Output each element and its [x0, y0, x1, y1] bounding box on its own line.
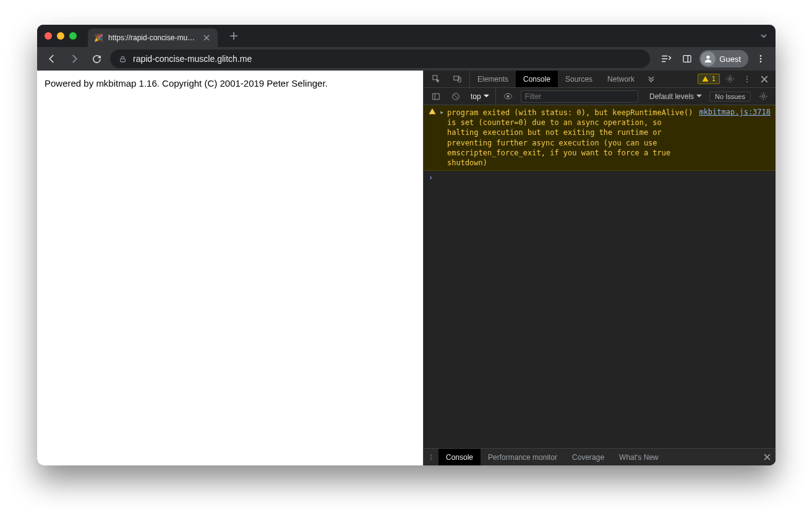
url-text: rapid-concise-muscle.glitch.me — [133, 54, 252, 64]
window-close-button[interactable] — [45, 32, 52, 40]
console-settings-icon[interactable] — [756, 89, 771, 104]
warnings-badge[interactable]: 1 — [698, 74, 720, 84]
svg-rect-8 — [458, 77, 460, 82]
execution-context-selector[interactable]: top — [468, 88, 496, 105]
tab-title: https://rapid-concise-muscle.g — [108, 33, 197, 42]
devtools-drawer: Console Performance monitor Coverage Wha… — [424, 448, 776, 465]
drawer-close-icon[interactable] — [758, 454, 776, 460]
drawer-tab-whats-new[interactable]: What's New — [612, 449, 666, 465]
devtools-tab-elements[interactable]: Elements — [470, 71, 516, 87]
log-levels-selector[interactable]: Default levels — [647, 92, 704, 101]
drawer-tab-console[interactable]: Console — [438, 449, 481, 465]
tab-close-button[interactable] — [202, 33, 212, 43]
console-sidebar-toggle-icon[interactable] — [429, 89, 443, 104]
devtools-tab-network[interactable]: Network — [600, 71, 642, 87]
browser-tab[interactable]: 🎉 https://rapid-concise-muscle.g — [88, 28, 218, 47]
svg-rect-0 — [121, 58, 126, 61]
svg-point-4 — [760, 58, 762, 60]
browser-window: 🎉 https://rapid-concise-muscle.g — [37, 25, 776, 465]
svg-rect-1 — [683, 56, 691, 63]
devtools-kebab-icon[interactable] — [740, 72, 754, 87]
profile-chip[interactable]: Guest — [699, 50, 748, 67]
new-tab-button[interactable] — [225, 27, 242, 45]
media-controls-icon[interactable] — [657, 50, 675, 67]
svg-point-9 — [729, 78, 731, 80]
issues-chip[interactable]: No Issues — [709, 92, 751, 102]
devtools-settings-icon[interactable] — [722, 72, 737, 87]
drawer-tab-performance-monitor[interactable]: Performance monitor — [481, 449, 565, 465]
console-filter-input[interactable] — [521, 90, 638, 103]
avatar-icon — [701, 51, 716, 66]
svg-rect-13 — [433, 93, 440, 99]
tab-favicon: 🎉 — [94, 33, 103, 42]
window-zoom-button[interactable] — [69, 32, 77, 40]
warnings-count: 1 — [711, 75, 716, 83]
drawer-tab-coverage[interactable]: Coverage — [565, 449, 612, 465]
svg-point-17 — [430, 454, 432, 456]
devtools-close-icon[interactable] — [757, 72, 772, 87]
devtools-tab-console[interactable]: Console — [516, 71, 558, 87]
console-output: ▸ program exited (with status: 0), but k… — [424, 105, 776, 448]
devtools-more-tabs[interactable] — [642, 75, 660, 84]
svg-point-2 — [707, 56, 710, 59]
side-panel-icon[interactable] — [678, 50, 696, 67]
svg-point-15 — [507, 95, 510, 98]
profile-label: Guest — [719, 54, 741, 64]
console-toolbar: top Default levels No Issues — [424, 88, 776, 105]
drawer-menu-icon[interactable] — [424, 454, 438, 461]
console-source-link[interactable]: mkbitmap.js:3718 — [699, 108, 771, 168]
svg-point-10 — [746, 76, 748, 77]
svg-point-3 — [760, 55, 762, 57]
devtools-tab-bar: Elements Console Sources Network 1 — [424, 71, 776, 88]
execution-context-label: top — [471, 92, 481, 101]
log-levels-label: Default levels — [649, 92, 694, 101]
svg-point-19 — [430, 459, 432, 460]
page-viewport: Powered by mkbitmap 1.16. Copyright (C) … — [37, 71, 423, 465]
device-toolbar-icon[interactable] — [450, 72, 464, 87]
back-button[interactable] — [43, 50, 61, 67]
svg-point-16 — [762, 95, 764, 98]
clear-console-icon[interactable] — [448, 89, 463, 104]
expand-caret-icon[interactable]: ▸ — [440, 108, 446, 168]
inspect-element-icon[interactable] — [429, 72, 443, 87]
traffic-lights — [45, 32, 77, 40]
browser-menu-button[interactable] — [752, 50, 769, 67]
warning-icon — [429, 108, 437, 168]
lock-icon — [119, 55, 127, 63]
devtools-panel: Elements Console Sources Network 1 — [423, 71, 776, 465]
console-message-text: program exited (with status: 0), but kee… — [447, 108, 693, 168]
console-prompt[interactable]: › — [424, 171, 776, 184]
forward-button[interactable] — [66, 50, 83, 67]
svg-point-11 — [746, 79, 748, 80]
svg-point-5 — [760, 61, 762, 63]
tab-search-button[interactable] — [759, 32, 768, 40]
svg-point-12 — [746, 81, 748, 82]
content-area: Powered by mkbitmap 1.16. Copyright (C) … — [37, 71, 776, 465]
console-warning-row[interactable]: ▸ program exited (with status: 0), but k… — [424, 105, 776, 171]
address-bar[interactable]: rapid-concise-muscle.glitch.me — [110, 50, 650, 68]
window-minimize-button[interactable] — [57, 32, 64, 40]
browser-toolbar: rapid-concise-muscle.glitch.me Guest — [37, 47, 776, 71]
prompt-caret-icon: › — [429, 173, 433, 182]
tab-strip: 🎉 https://rapid-concise-muscle.g — [37, 25, 776, 47]
page-text: Powered by mkbitmap 1.16. Copyright (C) … — [45, 78, 416, 89]
devtools-tab-sources[interactable]: Sources — [558, 71, 600, 87]
live-expression-icon[interactable] — [501, 89, 516, 104]
svg-point-18 — [430, 457, 432, 458]
reload-button[interactable] — [88, 50, 105, 67]
